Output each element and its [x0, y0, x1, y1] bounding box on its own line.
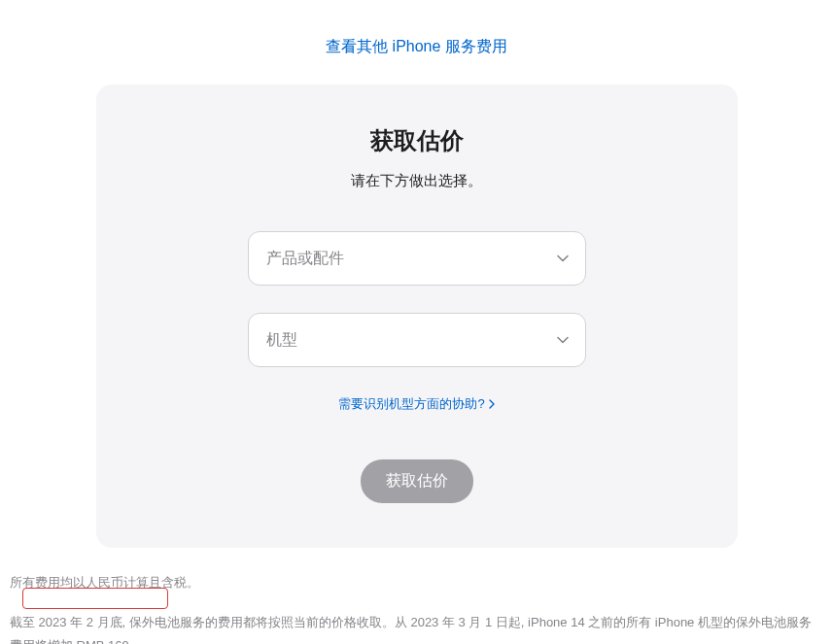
model-select-placeholder: 机型 — [266, 330, 297, 351]
help-link-label: 需要识别机型方面的协助? — [338, 395, 484, 413]
card-title: 获取估价 — [145, 125, 689, 156]
other-services-link[interactable]: 查看其他 iPhone 服务费用 — [326, 38, 507, 54]
chevron-right-icon — [489, 399, 495, 409]
model-select[interactable]: 机型 — [248, 313, 586, 367]
get-estimate-button[interactable]: 获取估价 — [361, 459, 473, 503]
estimate-card: 获取估价 请在下方做出选择。 产品或配件 机型 需要识别机型方面的协助? 获取估… — [96, 85, 738, 548]
identify-model-help-link[interactable]: 需要识别机型方面的协助? — [338, 395, 494, 413]
product-select-placeholder: 产品或配件 — [266, 249, 344, 269]
chevron-down-icon — [556, 252, 570, 265]
note-currency: 所有费用均以人民币计算且含税。 — [10, 571, 823, 595]
card-subtitle: 请在下方做出选择。 — [145, 172, 689, 190]
chevron-down-icon — [556, 333, 570, 347]
footer-notes: 所有费用均以人民币计算且含税。 截至 2023 年 2 月底, 保外电池服务的费… — [0, 548, 833, 644]
note-price-change: 截至 2023 年 2 月底, 保外电池服务的费用都将按照当前的价格收取。从 2… — [10, 611, 823, 644]
product-select[interactable]: 产品或配件 — [248, 231, 586, 286]
